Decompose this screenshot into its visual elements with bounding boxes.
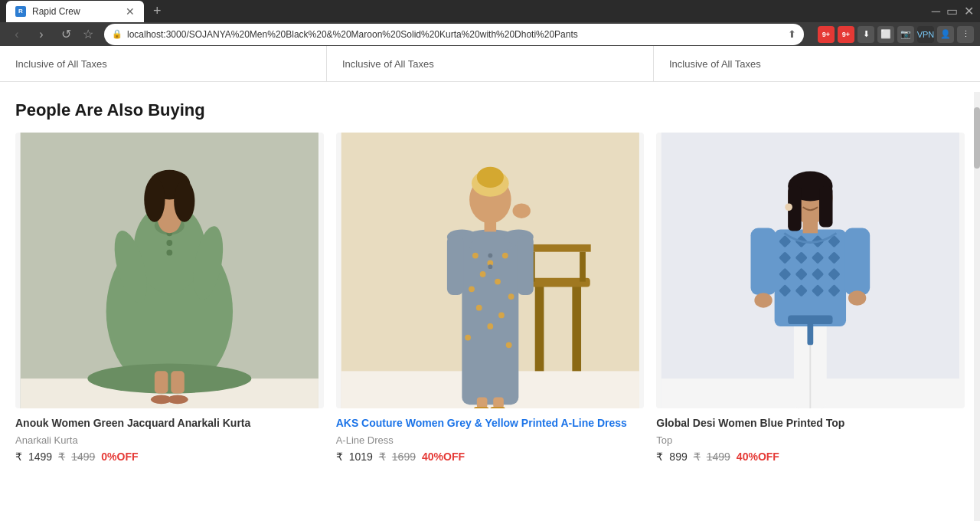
svg-point-36 — [508, 293, 514, 300]
section-heading: People Are Also Buying — [0, 82, 980, 133]
tab-bar: R Rapid Crew ✕ + ─ ▭ ✕ — [0, 0, 980, 22]
reload-button[interactable]: ↺ — [55, 24, 77, 45]
ext-vpn[interactable]: VPN — [917, 26, 934, 43]
svg-rect-17 — [155, 371, 168, 393]
svg-rect-26 — [531, 244, 591, 252]
price-original-1 — [58, 451, 65, 463]
ext-capture[interactable]: 📷 — [897, 26, 914, 43]
svg-point-14 — [144, 177, 165, 221]
lock-icon: 🔒 — [112, 29, 122, 39]
taxes-cell-2: Inclusive of All Taxes — [327, 46, 654, 81]
tab-title: Rapid Crew — [32, 6, 80, 17]
scrollbar-thumb[interactable] — [974, 107, 980, 169]
ext-avatar[interactable]: 👤 — [937, 26, 954, 43]
product-category-3: Top — [656, 434, 965, 446]
price-original-val-2: 1699 — [392, 451, 416, 463]
tab-favicon: R — [15, 6, 26, 17]
product-pricing-1: 1499 1499 0%OFF — [15, 451, 324, 463]
svg-rect-58 — [490, 407, 505, 408]
restore-button[interactable]: ▭ — [946, 4, 958, 18]
product-image-2 — [336, 133, 645, 408]
product-pricing-2: 1019 1699 40%OFF — [336, 451, 645, 463]
price-discount-3: 40%OFF — [737, 451, 779, 463]
ext-download[interactable]: ⬇ — [858, 26, 874, 43]
forward-button[interactable]: › — [31, 24, 52, 45]
svg-point-33 — [479, 271, 485, 277]
page-content: Inclusive of All Taxes Inclusive of All … — [0, 46, 980, 521]
taxes-cell-1: Inclusive of All Taxes — [0, 46, 327, 81]
svg-rect-82 — [751, 228, 776, 296]
address-bar[interactable]: 🔒 localhost:3000/SOJANYA%20Men%20Black%2… — [104, 24, 804, 45]
price-curr-icon-2 — [336, 451, 343, 463]
svg-rect-23 — [534, 282, 544, 372]
svg-point-34 — [495, 279, 501, 285]
svg-rect-18 — [171, 371, 185, 393]
svg-rect-83 — [844, 228, 870, 296]
product-category-2: A-Line Dress — [336, 434, 645, 446]
product-category-1: Anarkali Kurta — [15, 434, 324, 446]
svg-point-20 — [167, 395, 188, 404]
price-original-val-1: 1499 — [71, 451, 95, 463]
svg-point-41 — [505, 342, 511, 348]
svg-point-32 — [502, 253, 508, 259]
product-card[interactable]: Anouk Women Green Jacquard Anarkali Kurt… — [15, 133, 324, 463]
product-name-2[interactable]: AKS Couture Women Grey & Yellow Printed … — [336, 416, 645, 431]
svg-rect-56 — [493, 397, 504, 408]
svg-point-50 — [512, 203, 530, 218]
svg-rect-55 — [476, 397, 487, 408]
svg-rect-28 — [580, 252, 586, 282]
active-tab[interactable]: R Rapid Crew ✕ — [6, 1, 144, 22]
price-curr-icon-3 — [656, 451, 663, 463]
svg-point-38 — [498, 312, 505, 318]
price-current-val-1: 1499 — [28, 451, 52, 463]
tab-close-button[interactable]: ✕ — [126, 5, 135, 18]
ext-badge-2[interactable]: 9+ — [838, 26, 854, 43]
taxes-row: Inclusive of All Taxes Inclusive of All … — [0, 46, 980, 82]
svg-point-37 — [476, 305, 482, 311]
close-button[interactable]: ✕ — [964, 4, 974, 18]
svg-point-85 — [848, 290, 866, 305]
back-button[interactable]: ‹ — [6, 24, 28, 45]
svg-point-43 — [488, 254, 492, 258]
svg-rect-49 — [517, 235, 533, 295]
svg-point-8 — [166, 250, 172, 256]
new-tab-button[interactable]: + — [147, 3, 168, 19]
bookmark-button[interactable]: ☆ — [80, 24, 96, 44]
price-current-val-3: 899 — [669, 451, 687, 463]
svg-point-35 — [469, 286, 475, 292]
product-image-1 — [15, 133, 324, 408]
svg-point-15 — [174, 180, 194, 221]
scrollbar[interactable] — [974, 92, 980, 521]
ext-menu[interactable]: ⋮ — [957, 26, 974, 43]
price-orig-icon-2 — [379, 451, 386, 463]
product-card-3[interactable]: Global Desi Women Blue Printed Top Top 8… — [656, 133, 965, 463]
taxes-cell-3: Inclusive of All Taxes — [654, 46, 980, 81]
product-pricing-3: 899 1499 40%OFF — [656, 451, 965, 463]
share-icon[interactable]: ⬆ — [788, 28, 796, 40]
price-current-val-2: 1019 — [349, 451, 373, 463]
svg-rect-90 — [819, 186, 833, 228]
ext-badge-1[interactable]: 9+ — [818, 26, 835, 43]
minimize-button[interactable]: ─ — [932, 5, 940, 18]
product-image-3 — [656, 133, 965, 408]
svg-point-39 — [487, 323, 493, 329]
svg-point-30 — [472, 253, 479, 259]
svg-point-84 — [755, 293, 773, 307]
svg-point-44 — [488, 264, 492, 269]
extensions-area: 9+ 9+ ⬇ ⬜ 📷 VPN 👤 ⋮ — [818, 26, 974, 43]
svg-rect-81 — [808, 323, 814, 345]
svg-point-40 — [465, 335, 471, 341]
svg-point-54 — [476, 167, 503, 188]
svg-point-91 — [786, 203, 793, 211]
svg-rect-24 — [572, 282, 581, 372]
svg-point-16 — [87, 364, 251, 394]
product-card-2[interactable]: AKS Couture Women Grey & Yellow Printed … — [336, 133, 645, 463]
browser-controls: ‹ › ↺ ☆ 🔒 localhost:3000/SOJANYA%20Men%2… — [0, 22, 980, 46]
price-discount-2: 40%OFF — [422, 451, 465, 463]
price-original-val-3: 1499 — [707, 451, 730, 463]
browser-chrome: R Rapid Crew ✕ + ─ ▭ ✕ ‹ › ↺ ☆ 🔒 localho… — [0, 0, 980, 46]
product-name-3: Global Desi Women Blue Printed Top — [656, 416, 965, 431]
svg-point-7 — [166, 240, 172, 246]
price-discount-1: 0%OFF — [101, 451, 138, 463]
ext-window[interactable]: ⬜ — [877, 26, 894, 43]
